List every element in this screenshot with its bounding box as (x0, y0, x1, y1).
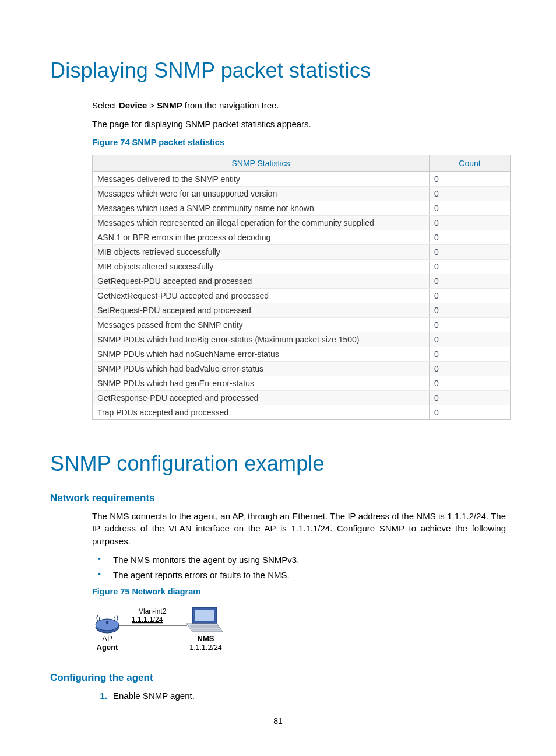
count-cell: 0 (430, 274, 511, 288)
stat-cell: SNMP PDUs which had tooBig error-status … (93, 332, 430, 346)
count-cell: 0 (430, 215, 511, 230)
stat-cell: SNMP PDUs which had badValue error-statu… (93, 361, 430, 376)
stat-cell: MIB objects retrieved successfully (93, 244, 430, 259)
intro-snmp-bold: SNMP (157, 100, 182, 110)
subheading-network-requirements: Network requirements (50, 492, 506, 504)
bullet-2: The agent reports errors or faults to th… (92, 569, 506, 582)
svg-point-1 (96, 619, 119, 631)
intro-line1: Select Device > SNMP from the navigation… (92, 99, 506, 112)
table-row: MIB objects altered successfully0 (93, 259, 511, 274)
table-row: SNMP PDUs which had badValue error-statu… (93, 361, 511, 376)
diagram-nms-ip: 1.1.1.2/24 (189, 643, 222, 652)
table-row: SetRequest-PDU accepted and processed0 (93, 303, 511, 317)
step-1: 1. Enable SNMP agent. (92, 690, 506, 702)
stat-cell: SetRequest-PDU accepted and processed (93, 303, 430, 317)
table-row: SNMP PDUs which had genErr error-status0 (93, 376, 511, 390)
intro-line2: The page for displaying SNMP packet stat… (92, 118, 506, 131)
figure-75-caption: Figure 75 Network diagram (92, 586, 506, 598)
table-row: Messages which represented an illegal op… (93, 215, 511, 230)
count-cell: 0 (430, 317, 511, 332)
stat-cell: GetResponse-PDU accepted and processed (93, 390, 430, 405)
netreq-para: The NMS connects to the agent, an AP, th… (92, 510, 506, 548)
count-cell: 0 (430, 201, 511, 215)
table-header-count: Count (430, 155, 511, 172)
table-row: SNMP PDUs which had noSuchName error-sta… (93, 346, 511, 361)
count-cell: 0 (430, 230, 511, 244)
diagram-vlan-label: Vlan-int2 (139, 607, 167, 615)
step-1-number: 1. (75, 690, 107, 702)
table-row: GetNextRequest-PDU accepted and processe… (93, 288, 511, 303)
stat-cell: GetNextRequest-PDU accepted and processe… (93, 288, 430, 303)
table-row: GetResponse-PDU accepted and processed0 (93, 390, 511, 405)
table-row: MIB objects retrieved successfully0 (93, 244, 511, 259)
count-cell: 0 (430, 186, 511, 201)
netreq-bullets: The NMS monitors the agent by using SNMP… (92, 554, 506, 582)
stat-cell: Messages delivered to the SNMP entity (93, 172, 430, 186)
config-steps: 1. Enable SNMP agent. (92, 690, 506, 702)
table-row: ASN.1 or BER errors in the process of de… (93, 230, 511, 244)
page-number: 81 (0, 716, 556, 726)
network-diagram: Vlan-int2 1.1.1.1/24 AP Agent NMS 1.1.1.… (92, 604, 506, 658)
count-cell: 0 (430, 361, 511, 376)
ap-icon (96, 615, 119, 633)
snmp-statistics-table: SNMP Statistics Count Messages delivered… (92, 155, 511, 420)
diagram-agent-label: Agent (97, 643, 119, 652)
stat-cell: Messages which represented an illegal op… (93, 215, 430, 230)
count-cell: 0 (430, 244, 511, 259)
heading-snmp-config-example: SNMP configuration example (50, 452, 506, 476)
count-cell: 0 (430, 288, 511, 303)
diagram-nms-label: NMS (198, 634, 214, 643)
intro-line1-mid: > (147, 100, 157, 110)
table-row: Messages which used a SNMP community nam… (93, 201, 511, 215)
stat-cell: Trap PDUs accepted and processed (93, 405, 430, 419)
subheading-configuring-agent: Configuring the agent (50, 672, 506, 684)
table-header-stat: SNMP Statistics (93, 155, 430, 172)
count-cell: 0 (430, 172, 511, 186)
stat-cell: SNMP PDUs which had genErr error-status (93, 376, 430, 390)
stat-cell: MIB objects altered successfully (93, 259, 430, 274)
stat-cell: Messages which used a SNMP community nam… (93, 201, 430, 215)
count-cell: 0 (430, 405, 511, 419)
table-row: Messages delivered to the SNMP entity0 (93, 172, 511, 186)
heading-displaying-snmp: Displaying SNMP packet statistics (50, 58, 506, 83)
table-row: Messages which were for an unsupported v… (93, 186, 511, 201)
intro-line1-pre: Select (92, 100, 119, 110)
table-row: Trap PDUs accepted and processed0 (93, 405, 511, 419)
stat-cell: GetRequest-PDU accepted and processed (93, 274, 430, 288)
figure-74-caption: Figure 74 SNMP packet statistics (92, 136, 506, 149)
stat-cell: Messages which were for an unsupported v… (93, 186, 430, 201)
step-1-text: Enable SNMP agent. (113, 691, 195, 701)
table-row: SNMP PDUs which had tooBig error-status … (93, 332, 511, 346)
bullet-1: The NMS monitors the agent by using SNMP… (92, 554, 506, 566)
count-cell: 0 (430, 390, 511, 405)
svg-point-2 (106, 621, 108, 624)
table-row: GetRequest-PDU accepted and processed0 (93, 274, 511, 288)
laptop-icon (186, 607, 223, 632)
diagram-ap-ip: 1.1.1.1/24 (132, 615, 163, 624)
count-cell: 0 (430, 259, 511, 274)
intro-device-bold: Device (119, 100, 147, 110)
table-row: Messages passed from the SNMP entity0 (93, 317, 511, 332)
count-cell: 0 (430, 332, 511, 346)
svg-rect-4 (195, 610, 214, 621)
stat-cell: ASN.1 or BER errors in the process of de… (93, 230, 430, 244)
count-cell: 0 (430, 346, 511, 361)
count-cell: 0 (430, 303, 511, 317)
stat-cell: SNMP PDUs which had noSuchName error-sta… (93, 346, 430, 361)
intro-line1-post: from the navigation tree. (182, 100, 279, 110)
stat-cell: Messages passed from the SNMP entity (93, 317, 430, 332)
diagram-ap-label: AP (102, 634, 112, 643)
count-cell: 0 (430, 376, 511, 390)
